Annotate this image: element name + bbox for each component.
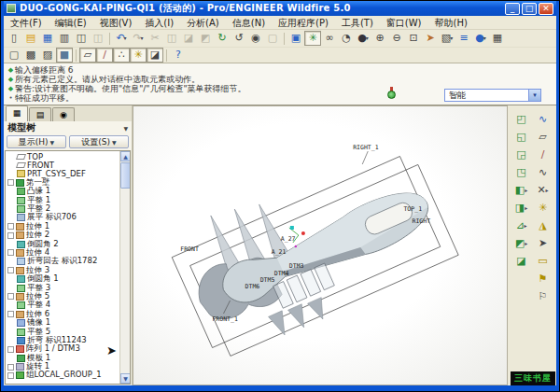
datum-axes-toggle[interactable]: ∕ [96,48,113,63]
menu-item[interactable]: 帮助(H) [428,16,474,29]
bend-back-button[interactable]: ◪ [512,253,530,269]
menu-item[interactable]: 应用程序(P) [272,16,335,29]
expand-icon[interactable] [7,223,14,230]
sketch-tool-button[interactable]: ∿ [534,111,552,127]
scrollbar-thumb[interactable] [120,162,131,189]
datum-point-button[interactable]: ✕▸ [534,182,552,198]
annotations-toggle[interactable]: ◪ [147,48,163,63]
tree-row[interactable]: TOP [7,152,119,161]
expand-icon[interactable] [7,267,14,273]
flat-wall-button[interactable]: ◱ [512,129,530,145]
tree-row[interactable]: 组LOCAL_GROUP_1 [7,371,119,380]
find-button[interactable]: ◉ [247,31,264,46]
graphics-viewport[interactable]: RIGHT_1 TOP_1 RIGHT FRONT FRONT_1 DTM3 D… [133,105,508,385]
extend-wall-button[interactable]: ◧▸ [512,182,530,198]
tree-row[interactable]: 倒圆角 2 [7,240,119,248]
show-menu-button[interactable]: 显示(H) ▼ [7,135,66,148]
menu-item[interactable]: 分析(A) [180,16,226,29]
bend-button[interactable]: ⊿▸ [512,217,530,233]
select-in-box-button[interactable]: ▢ [264,31,281,46]
expand-icon[interactable] [7,249,14,256]
tree-row[interactable]: 拉伸 1 [7,222,119,231]
send-button[interactable]: ◫ [90,31,106,46]
print-button[interactable]: ▥ [56,31,73,46]
spin-center-button[interactable]: ✳ [304,31,321,46]
datum-csys-button[interactable]: ✳ [534,200,552,216]
view-manager-button[interactable]: ▦ [489,31,506,46]
close-button[interactable]: ✕ [539,3,553,15]
tree-row[interactable]: 平整 1 [7,196,119,204]
selection-filter-combo[interactable]: 智能 ▾ [444,89,541,102]
paste-button[interactable]: ◪ [180,31,197,46]
repaint-button[interactable]: ▣ [287,31,304,46]
menu-item[interactable]: 窗口(W) [380,16,428,29]
zoom-in-button[interactable]: ⊕ [371,31,388,46]
wall-extrude-button[interactable]: ◰ [512,111,530,127]
reorient-button[interactable]: ➤ [422,31,439,46]
save-button[interactable]: ▦ [39,31,56,46]
tree-row[interactable]: 镜像 1 [7,318,119,327]
expand-icon[interactable] [7,179,14,186]
datum-curve-button[interactable]: ∿ [534,164,552,180]
tree-row[interactable]: FRONT [7,161,119,169]
expand-icon[interactable] [7,293,14,300]
wireframe-button[interactable]: ▢ [6,48,22,63]
maximize-button[interactable]: □ [522,3,537,15]
navigator-tab[interactable]: ▤ [29,107,51,121]
scroll-up-icon[interactable]: ▲ [120,151,131,161]
tree-scrollbar[interactable]: ▲ ▼ [119,151,130,384]
expand-icon[interactable] [7,311,14,317]
analysis-button[interactable]: ◮ [534,217,552,233]
tree-row[interactable]: 折弯回去 标识1782 [7,258,119,266]
tree-row[interactable]: 平整 3 [7,284,119,292]
feature-ops-button[interactable]: ➤ [534,235,552,251]
twist-wall-button[interactable]: ◳ [512,164,530,180]
scroll-down-icon[interactable]: ▼ [120,373,131,384]
tree-row[interactable]: 拉伸 5 [7,292,119,301]
tree-row[interactable]: PRT_CSYS_DEF [7,170,119,178]
flange-wall-button[interactable]: ◲ [512,147,530,162]
hidden-line-button[interactable]: ▩ [22,48,39,63]
undo-button[interactable]: ↶▾ [113,31,130,46]
regenerate-button[interactable]: ↻ [214,31,231,46]
note-button[interactable]: ▭ [534,253,552,269]
orient-mode-button[interactable]: ∞ [321,31,338,46]
tree-row-label[interactable]: 组LOCAL_GROUP_1 [26,370,102,381]
copy-button[interactable]: ◫ [163,31,180,46]
render-button[interactable]: ●▾ [355,31,371,46]
minimize-button[interactable]: _ [505,3,520,15]
expand-icon[interactable] [7,364,14,371]
expand-icon[interactable] [7,372,14,379]
chevron-down-icon[interactable]: ▼ [123,125,128,132]
datum-axis-button[interactable]: ∕ [534,147,552,162]
tree-row[interactable]: 倒圆角 1 [7,274,119,283]
tree-row[interactable]: 第一壁 [7,178,119,187]
saved-views-button[interactable]: ▧▾ [439,31,455,46]
context-help-button[interactable]: ? [170,48,187,63]
navigator-tab[interactable]: ◉ [52,107,75,121]
datum-plane-button[interactable]: ▱ [534,129,552,145]
datum-planes-toggle[interactable]: ▱ [79,48,96,63]
flag-off-button[interactable]: ⚐ [534,288,552,304]
layers-button[interactable]: ≡ [455,31,472,46]
tree-row[interactable]: 展平 标识706 [7,214,119,222]
redo-button[interactable]: ↷▾ [130,31,147,46]
expand-icon[interactable] [7,346,14,353]
navigator-tab[interactable]: ▦ [6,105,28,121]
tree-row[interactable]: 阵列 1 / DTM3 [7,345,119,354]
menu-item[interactable]: 文件(F) [4,16,49,29]
refit-button[interactable]: ⊡ [405,31,422,46]
menu-item[interactable]: 工具(T) [335,16,380,29]
open-button[interactable]: ▤ [22,31,39,46]
menu-item[interactable]: 信息(N) [226,16,272,29]
unbend-button[interactable]: ◩▸ [512,235,530,251]
tree-row[interactable]: 平整 4 [7,301,119,310]
datum-csys-toggle[interactable]: ✳ [130,48,147,63]
menu-item[interactable]: 视图(V) [93,16,139,29]
tree-row[interactable]: 拉伸 2 [7,231,119,240]
tree-row[interactable]: 凸缘 1 [7,188,119,196]
settings-menu-button[interactable]: 设置(S) ▼ [69,135,129,148]
datum-points-toggle[interactable]: ∴ [113,48,130,63]
copy-from-button[interactable]: ◫ [73,31,90,46]
chevron-down-icon[interactable]: ▾ [528,90,540,101]
